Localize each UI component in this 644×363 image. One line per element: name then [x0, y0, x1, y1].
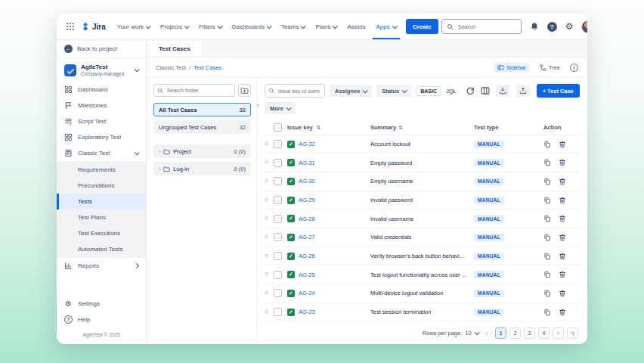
drag-handle-icon[interactable]: ⠿ [265, 309, 274, 315]
row-summary[interactable]: Test session termination [370, 309, 431, 315]
basic-mode-button[interactable]: BASIC [416, 86, 441, 96]
issue-key-link[interactable]: AG-32 [299, 141, 315, 147]
sort-icon[interactable]: ⇅ [317, 125, 321, 131]
panel-collapse-icon[interactable]: ‹ [257, 102, 259, 109]
sidebar-item-classic-test[interactable]: Classic Test [57, 145, 146, 161]
issue-key-link[interactable]: AG-25 [299, 271, 315, 278]
first-page-icon[interactable]: |‹ [486, 330, 488, 337]
row-summary[interactable]: Empty password [370, 160, 412, 166]
row-checkbox[interactable] [274, 177, 282, 185]
page-button-2[interactable]: 2 [509, 327, 521, 339]
trash-icon[interactable] [559, 234, 566, 241]
back-to-project[interactable]: ← Back to project [57, 40, 146, 58]
folder-search[interactable] [153, 84, 235, 97]
folder-all-test-cases[interactable]: All Test Cases 32 [153, 103, 251, 116]
copy-icon[interactable] [543, 309, 551, 316]
folder-ungrouped-test-cases[interactable]: Ungrouped Test Cases 32 [153, 120, 251, 134]
sidebar-item-dashboard[interactable]: Dashboard [57, 82, 146, 98]
issue-key-link[interactable]: AG-31 [299, 160, 315, 166]
drag-handle-icon[interactable]: ⠿ [265, 234, 274, 240]
sidebar-item-help[interactable]: ? Help [57, 312, 146, 327]
drag-handle-icon[interactable]: ⠿ [265, 290, 274, 296]
sidebar-item-requirements[interactable]: Requirements [57, 162, 146, 178]
issue-key-link[interactable]: AG-28 [299, 216, 315, 222]
sidebar-item-reports[interactable]: Reports [57, 258, 146, 274]
user-avatar[interactable] [581, 20, 587, 33]
copy-icon[interactable] [543, 197, 551, 204]
expand-chevron-icon[interactable]: › [159, 166, 160, 172]
nav-item-plans[interactable]: Plans [311, 14, 340, 39]
status-filter[interactable]: Status [376, 85, 411, 97]
import-button[interactable] [496, 85, 510, 97]
folder-project[interactable]: › Project 0 (0) [153, 144, 251, 158]
sidebar-item-milestones[interactable]: Milestones [57, 98, 146, 113]
drag-handle-icon[interactable]: ⠿ [265, 197, 274, 203]
notifications-bell-icon[interactable] [528, 20, 540, 33]
row-checkbox[interactable] [274, 289, 282, 297]
copy-icon[interactable] [543, 271, 551, 278]
row-checkbox[interactable] [274, 140, 282, 148]
row-checkbox[interactable] [274, 159, 282, 167]
jira-logo[interactable]: Jira [81, 22, 106, 31]
issue-key-link[interactable]: AG-26 [299, 253, 315, 259]
trash-icon[interactable] [559, 159, 566, 166]
nav-item-dashboards[interactable]: Dashboards [228, 14, 274, 39]
summary-header[interactable]: Summary [370, 124, 396, 131]
row-checkbox[interactable] [274, 233, 282, 241]
nav-item-assets[interactable]: Assets [343, 14, 369, 39]
sidebar-item-preconditions[interactable]: Preconditions [57, 178, 146, 194]
issue-key-link[interactable]: AG-24 [299, 290, 315, 296]
nav-item-apps[interactable]: Apps [373, 14, 400, 39]
sidebar-item-tests[interactable]: Tests [57, 194, 146, 209]
trash-icon[interactable] [559, 178, 566, 185]
trash-icon[interactable] [559, 197, 566, 204]
row-summary[interactable]: Test logout functionality across user ..… [370, 271, 466, 278]
trash-icon[interactable] [559, 290, 566, 297]
app-switcher-icon[interactable] [64, 20, 76, 33]
info-icon[interactable]: i [570, 64, 578, 72]
row-checkbox[interactable] [274, 271, 282, 279]
global-search[interactable] [441, 19, 522, 34]
export-button[interactable] [516, 85, 531, 97]
assignee-filter[interactable]: Assignee [330, 85, 372, 97]
tree-toggle[interactable]: Tree [536, 63, 564, 73]
drag-handle-icon[interactable]: ⠿ [265, 178, 274, 185]
create-test-case-button[interactable]: + Test Case [537, 84, 580, 98]
row-summary[interactable]: Empty username [370, 178, 413, 185]
tab-test-cases[interactable]: Test Cases [147, 40, 203, 57]
drag-handle-icon[interactable]: ⠿ [265, 141, 274, 147]
row-summary[interactable]: Valid credentials [370, 234, 411, 240]
new-folder-button[interactable] [238, 84, 251, 97]
sidebar-toggle[interactable]: Sidebar [494, 63, 530, 73]
copy-icon[interactable] [543, 159, 551, 166]
help-icon[interactable]: ? [547, 22, 557, 32]
expand-chevron-icon[interactable]: › [159, 149, 160, 154]
sidebar-item-test-executions[interactable]: Test Executions [57, 225, 146, 241]
trash-icon[interactable] [559, 271, 566, 278]
sidebar-item-test-plans[interactable]: Test Plans [57, 209, 146, 225]
copy-icon[interactable] [543, 234, 551, 241]
create-button[interactable]: Create [406, 19, 438, 34]
jql-mode-button[interactable]: JQL [443, 87, 460, 95]
sidebar-item-settings[interactable]: ⚙ Settings [57, 296, 146, 312]
copy-icon[interactable] [543, 178, 551, 185]
row-summary[interactable]: Invalid password [370, 197, 413, 203]
copy-icon[interactable] [543, 215, 551, 222]
nav-item-projects[interactable]: Projects [156, 14, 192, 39]
next-page-icon[interactable]: › [553, 327, 564, 339]
page-button-3[interactable]: 3 [524, 327, 535, 339]
row-summary[interactable]: Account lockout [370, 141, 410, 147]
page-button-4[interactable]: 4 [538, 327, 550, 339]
nav-item-teams[interactable]: Teams [277, 14, 309, 39]
settings-gear-icon[interactable]: ⚙ [564, 20, 575, 33]
copy-icon[interactable] [543, 141, 551, 148]
sort-icon[interactable]: ⇅ [398, 125, 403, 131]
issue-filter[interactable] [265, 84, 325, 98]
drag-handle-icon[interactable]: ⠿ [265, 253, 274, 259]
issue-key-header[interactable]: Issue key [287, 124, 313, 131]
folder-search-input[interactable] [166, 87, 231, 94]
sidebar-item-script-test[interactable]: Script Test [57, 113, 146, 129]
global-search-input[interactable] [457, 23, 516, 31]
rows-per-page-select[interactable]: Rows per page: 10 [423, 330, 478, 337]
drag-handle-icon[interactable]: ⠿ [265, 160, 274, 166]
